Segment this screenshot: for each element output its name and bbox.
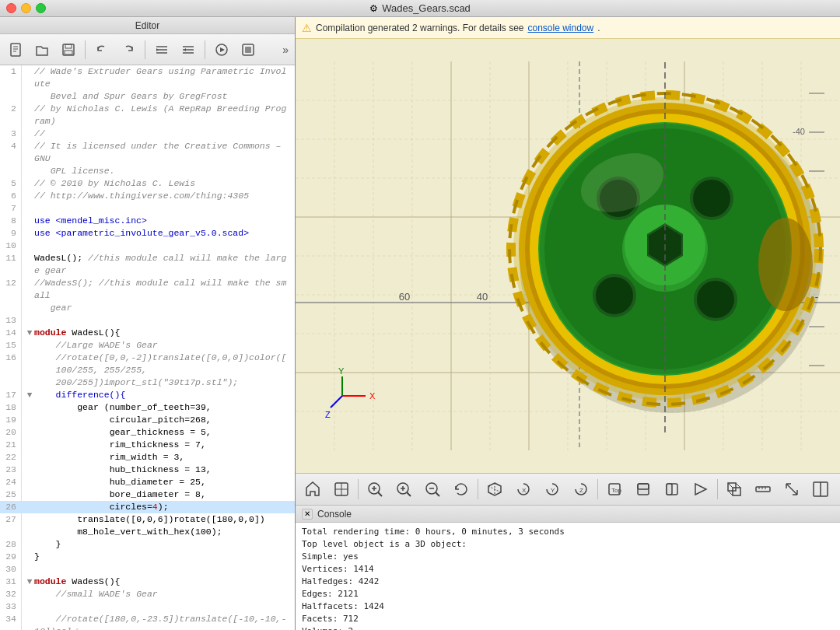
separator-3 xyxy=(205,40,205,59)
console-window-link[interactable]: console window xyxy=(527,23,593,33)
svg-line-91 xyxy=(407,492,411,496)
save-file-btn[interactable] xyxy=(56,37,81,62)
measure-btn[interactable] xyxy=(778,476,806,502)
code-line-19: 19 circular_pitch=268, xyxy=(0,414,295,426)
top-view-btn[interactable]: Top xyxy=(600,476,628,502)
code-line-11: 11 WadesL(); //this module call will mak… xyxy=(0,252,295,277)
maximize-button[interactable] xyxy=(36,3,46,13)
new-file-btn[interactable] xyxy=(3,37,28,62)
indent-btn[interactable] xyxy=(149,37,174,62)
perspective-view-btn[interactable] xyxy=(327,476,355,502)
svg-line-118 xyxy=(786,484,797,495)
editor-toolbar: » xyxy=(0,34,295,65)
code-line-12b: gear xyxy=(0,302,295,314)
code-line-4b: GPL license. xyxy=(0,165,295,177)
code-line-6: 6 // http://www.thingiverse.com/thing:43… xyxy=(0,190,295,202)
svg-point-66 xyxy=(697,281,734,318)
ruler-btn[interactable] xyxy=(749,476,777,502)
rotate-z-btn[interactable]: Z xyxy=(567,476,595,502)
svg-rect-0 xyxy=(11,44,20,56)
unindent-btn[interactable] xyxy=(176,37,201,62)
console-line-6: Edges: 2121 xyxy=(302,588,834,600)
warning-icon: ⚠ xyxy=(302,22,312,34)
expand-btn[interactable]: » xyxy=(279,44,292,56)
code-line-15: 15 //Large WADE's Gear xyxy=(0,339,295,352)
reset-view-btn[interactable] xyxy=(447,476,475,502)
console-output: Total rendering time: 0 hours, 0 minutes… xyxy=(296,523,840,630)
warning-suffix: . xyxy=(597,23,600,33)
view-separator-2 xyxy=(478,479,478,499)
zoom-out-btn[interactable] xyxy=(418,476,446,502)
back-view-btn[interactable] xyxy=(687,476,715,502)
split-view-btn[interactable] xyxy=(807,476,835,502)
undo-btn[interactable] xyxy=(89,37,114,62)
editor-title: Editor xyxy=(135,20,159,31)
redo-btn[interactable] xyxy=(116,37,141,62)
console-header: ✕ Console xyxy=(296,506,840,523)
code-line-14: 14 ▼ module WadesL(){ xyxy=(0,327,295,339)
console-line-3: Simple: yes xyxy=(302,551,834,563)
right-panel: ⚠ Compilation generated 2 warnings. For … xyxy=(296,17,840,630)
preview-btn[interactable] xyxy=(209,37,234,62)
code-line-1b: Bevel and Spur Gears by GregFrost xyxy=(0,90,295,103)
3d-viewport[interactable]: 60 40 -40 - X Y Z xyxy=(296,39,840,473)
minimize-button[interactable] xyxy=(21,3,31,13)
zoom-fit-btn[interactable] xyxy=(361,476,389,502)
view-toolbar: X Y Z Top xyxy=(296,473,840,506)
zoom-in-btn[interactable] xyxy=(390,476,418,502)
front-view-btn[interactable] xyxy=(629,476,657,502)
home-view-btn[interactable] xyxy=(299,476,327,502)
svg-point-74 xyxy=(758,218,813,311)
rotate-y-btn[interactable]: Y xyxy=(538,476,566,502)
svg-rect-16 xyxy=(245,47,251,53)
view-3d-btn[interactable] xyxy=(481,476,509,502)
svg-text:-40: -40 xyxy=(793,127,805,136)
svg-text:X: X xyxy=(369,391,376,401)
code-line-27: 27 translate([0,0,6])rotate([180,0,0]) xyxy=(0,513,295,526)
view-separator-4 xyxy=(717,479,718,499)
console-line-7: Halffacets: 1424 xyxy=(302,600,834,613)
editor-panel: Editor xyxy=(0,17,296,630)
code-line-4: 4 // It is licensed under the Creative C… xyxy=(0,140,295,165)
close-button[interactable] xyxy=(6,3,16,13)
code-line-21: 21 rim_thickness = 7, xyxy=(0,439,295,451)
code-line-25: 25 bore_diameter = 8, xyxy=(0,488,295,501)
code-line-27b: m8_hole_vert_with_hex(100); xyxy=(0,526,295,538)
console-line-8: Facets: 712 xyxy=(302,613,834,625)
code-line-3: 3 // xyxy=(0,128,295,140)
code-line-22: 22 rim_width = 3, xyxy=(0,451,295,464)
code-line-16: 16 //rotate([0,0,-2])translate([0,0,0])c… xyxy=(0,352,295,364)
svg-text:Y: Y xyxy=(338,366,345,376)
code-line-26: 26 circles=4); xyxy=(0,501,295,513)
separator-2 xyxy=(145,40,145,59)
rotate-x-btn[interactable]: X xyxy=(509,476,537,502)
code-line-23: 23 hub_thickness = 13, xyxy=(0,464,295,476)
code-line-17: 17 ▼ difference(){ xyxy=(0,389,295,401)
window-title: Wades_Gears.scad xyxy=(382,2,471,14)
code-line-20: 20 gear_thickness = 5, xyxy=(0,426,295,439)
svg-text:60: 60 xyxy=(399,291,410,303)
code-line-10: 10 xyxy=(0,240,295,252)
render-btn[interactable] xyxy=(236,37,261,62)
svg-line-111 xyxy=(728,483,733,488)
svg-line-95 xyxy=(436,492,439,496)
code-line-9: 9 use <parametric_involute_gear_v5.0.sca… xyxy=(0,227,295,240)
svg-rect-114 xyxy=(756,487,770,492)
code-line-16b: 100/255, 255/255, xyxy=(0,364,295,376)
code-line-29: 29 } xyxy=(0,551,295,563)
app-icon: ⚙ xyxy=(369,3,378,14)
svg-rect-6 xyxy=(65,51,72,54)
code-line-12: 12 //WadesS(); //this module call will m… xyxy=(0,277,295,302)
open-file-btn[interactable] xyxy=(30,37,54,62)
code-line-1: 1 // Wade's Extruder Gears using Paramet… xyxy=(0,65,295,90)
svg-marker-14 xyxy=(220,47,225,52)
code-line-7: 7 xyxy=(0,202,295,215)
code-editor[interactable]: 1 // Wade's Extruder Gears using Paramet… xyxy=(0,65,295,630)
ortho-btn[interactable] xyxy=(720,476,748,502)
code-line-24: 24 hub_diameter = 25, xyxy=(0,476,295,488)
side-view-btn[interactable] xyxy=(658,476,686,502)
svg-point-68 xyxy=(596,277,633,314)
window-controls[interactable] xyxy=(6,3,46,13)
console-close-btn[interactable]: ✕ xyxy=(302,509,313,520)
title-bar: ⚙ Wades_Gears.scad xyxy=(0,0,840,17)
